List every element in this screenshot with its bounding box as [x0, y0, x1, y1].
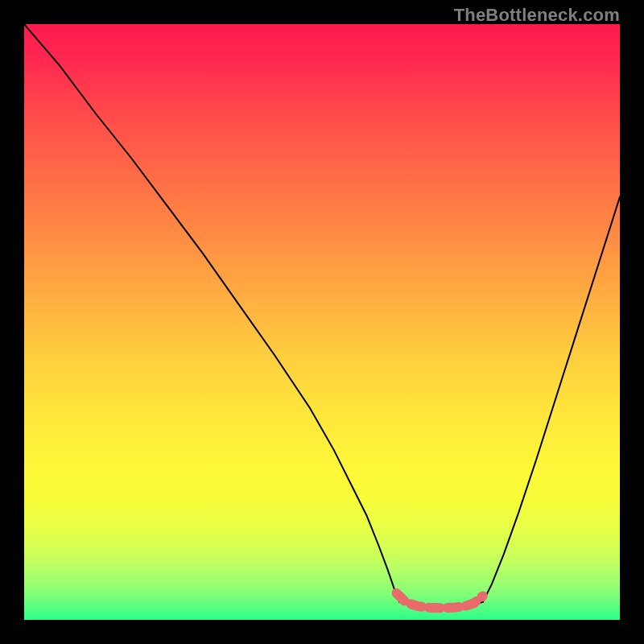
- curves-layer: [24, 24, 620, 620]
- plot-area: [24, 24, 620, 620]
- watermark-text: TheBottleneck.com: [454, 5, 620, 26]
- right-curve: [483, 197, 620, 602]
- chart-frame: TheBottleneck.com: [0, 0, 644, 644]
- left-curve: [24, 24, 399, 602]
- highlighted-points: [397, 593, 483, 609]
